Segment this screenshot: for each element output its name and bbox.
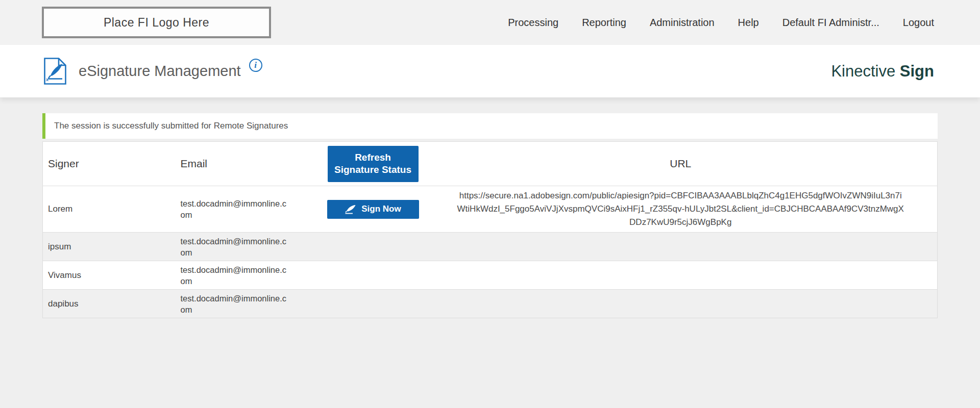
main-nav: Processing Reporting Administration Help… bbox=[508, 17, 934, 29]
refresh-signature-status-button[interactable]: Refresh Signature Status bbox=[328, 146, 419, 182]
page-title: eSignature Management bbox=[79, 63, 241, 80]
signer-email-cell: test.docadmin@immonline.com bbox=[177, 290, 322, 318]
esignature-document-icon: x bbox=[44, 58, 66, 85]
sign-now-button[interactable]: Sign Now bbox=[327, 200, 419, 219]
nav-item-administration[interactable]: Administration bbox=[650, 17, 715, 29]
main-content: The session is successfully submitted fo… bbox=[0, 97, 980, 318]
signers-table: Signer Email Refresh Signature Status UR… bbox=[42, 141, 938, 318]
signer-status-cell bbox=[322, 261, 424, 290]
brand-name: Kinective bbox=[831, 62, 899, 80]
column-header-email: Email bbox=[177, 142, 322, 186]
column-header-signer: Signer bbox=[43, 142, 177, 186]
nav-item-help[interactable]: Help bbox=[738, 17, 759, 29]
signer-url-cell bbox=[424, 233, 938, 261]
column-header-status: Refresh Signature Status bbox=[322, 142, 424, 186]
signer-email-cell: test.docadmin@immonline.com bbox=[177, 186, 322, 233]
signer-name: dapibus bbox=[43, 290, 177, 318]
quill-icon bbox=[345, 205, 357, 214]
column-header-url: URL bbox=[424, 142, 938, 186]
signer-status-cell bbox=[322, 233, 424, 261]
table-header-row: Signer Email Refresh Signature Status UR… bbox=[43, 142, 938, 186]
success-alert-message: The session is successfully submitted fo… bbox=[54, 121, 288, 131]
signer-status-cell bbox=[322, 290, 424, 318]
sign-now-label: Sign Now bbox=[361, 204, 401, 214]
info-icon[interactable]: i bbox=[249, 59, 262, 72]
page-header: x eSignature Management i Kinective Sign bbox=[0, 45, 980, 97]
table-row: dapibus test.docadmin@immonline.com bbox=[43, 290, 938, 318]
table-row: Vivamus test.docadmin@immonline.com bbox=[43, 261, 938, 290]
nav-item-reporting[interactable]: Reporting bbox=[582, 17, 626, 29]
top-navigation-bar: Place FI Logo Here Processing Reporting … bbox=[0, 0, 980, 45]
nav-item-user-menu[interactable]: Default FI Administr... bbox=[782, 17, 879, 29]
fi-logo-placeholder-text: Place FI Logo Here bbox=[104, 16, 209, 30]
table-row: Lorem test.docadmin@immonline.com Sign N… bbox=[43, 186, 938, 233]
signer-email-cell: test.docadmin@immonline.com bbox=[177, 233, 322, 261]
signer-email: test.docadmin@immonline.com bbox=[181, 236, 289, 258]
signer-email: test.docadmin@immonline.com bbox=[181, 264, 289, 287]
info-icon-glyph: i bbox=[254, 60, 257, 70]
signer-url-cell bbox=[424, 261, 938, 290]
svg-text:x: x bbox=[46, 77, 48, 82]
fi-logo-placeholder: Place FI Logo Here bbox=[42, 7, 271, 38]
signer-name: Lorem bbox=[43, 186, 177, 233]
signer-name: Vivamus bbox=[43, 261, 177, 290]
kinective-sign-brand: Kinective Sign bbox=[831, 62, 934, 81]
signer-status-cell: Sign Now bbox=[322, 186, 424, 233]
signer-name: ipsum bbox=[43, 233, 177, 261]
nav-item-logout[interactable]: Logout bbox=[903, 17, 934, 29]
signer-email: test.docadmin@immonline.com bbox=[181, 293, 289, 315]
signer-url-cell bbox=[424, 290, 938, 318]
signer-email-cell: test.docadmin@immonline.com bbox=[177, 261, 322, 290]
signing-url: https://secure.na1.adobesign.com/public/… bbox=[456, 189, 905, 229]
success-alert: The session is successfully submitted fo… bbox=[42, 113, 938, 139]
signer-email: test.docadmin@immonline.com bbox=[181, 198, 289, 220]
nav-item-processing[interactable]: Processing bbox=[508, 17, 558, 29]
signer-url-cell: https://secure.na1.adobesign.com/public/… bbox=[424, 186, 938, 233]
table-row: ipsum test.docadmin@immonline.com bbox=[43, 233, 938, 261]
brand-product: Sign bbox=[900, 62, 934, 80]
